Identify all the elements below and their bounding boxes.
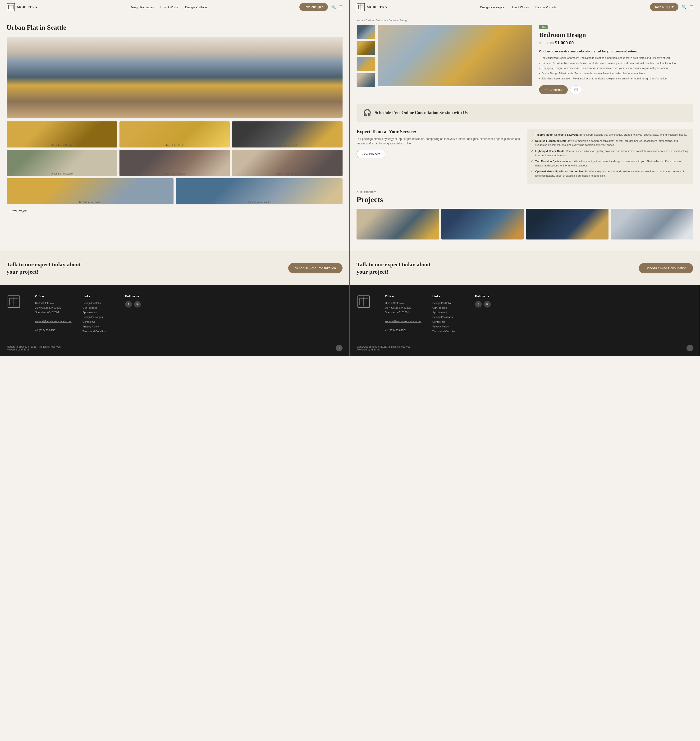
instagram-icon-right[interactable]: in xyxy=(484,301,491,308)
footer-link-terms-right[interactable]: Terms and Condition xyxy=(432,329,470,334)
product-desc-title: Our bespoke service, meticulously crafte… xyxy=(539,49,693,54)
menu-icon-left[interactable]: ☰ xyxy=(339,5,343,9)
footer-powered-left: Powered by IT Brain xyxy=(7,348,62,351)
nav-design-packages-left[interactable]: Design Packages xyxy=(130,6,154,9)
project-card-4[interactable] xyxy=(611,209,693,240)
nav-design-portfolio-left[interactable]: Design Portfolio xyxy=(185,6,207,9)
projects-grid xyxy=(356,209,693,240)
gallery-label-5: Urban Flat in Seattle xyxy=(119,172,230,175)
footer-social-right: f in xyxy=(475,301,513,308)
quiz-button-right[interactable]: Take our Quiz xyxy=(650,3,678,11)
footer-link-process-left[interactable]: Our Process xyxy=(82,306,121,310)
footer-link-packages-right[interactable]: Design Packages xyxy=(432,315,470,320)
gallery-item-4[interactable]: Urban Flat in Seattle xyxy=(7,150,117,176)
footer-logo-left xyxy=(7,295,30,334)
gallery-item-5[interactable]: Urban Flat in Seattle xyxy=(119,150,230,176)
nav-design-packages-right[interactable]: Design Packages xyxy=(480,6,504,9)
left-panel: MODERERA Design Packages How it Works De… xyxy=(0,0,350,356)
footer-link-packages-left[interactable]: Design Packages xyxy=(82,315,121,320)
expert-title: Expert Team at Your Service: xyxy=(356,129,522,134)
gallery-item-1[interactable]: Urban Flat in Seattle xyxy=(7,121,117,147)
expert-point-4: Two Revision Cycles Included: We value y… xyxy=(531,159,689,168)
footer-links-title-left: Links xyxy=(82,295,121,298)
product-title: Bedroom Design xyxy=(539,31,693,39)
facebook-icon-left[interactable]: f xyxy=(125,301,132,308)
footer-link-contact-right[interactable]: Contact Us xyxy=(432,320,470,324)
price-old: $1,500.00 xyxy=(539,41,554,45)
recent-title: Projects xyxy=(356,195,693,204)
gallery-row-2: Urban Flat in Seattle Urban Flat in Seat… xyxy=(7,150,343,176)
footer-bottom-right: Moderera Spaces © 2023. All Rights Reser… xyxy=(356,341,693,351)
expert-right: Tailored Room Concepts & Layout: Benefit… xyxy=(527,129,693,184)
footer-link-privacy-right[interactable]: Privacy Policy xyxy=(432,324,470,329)
gallery-item-2[interactable]: Urban Flat in Seattle xyxy=(119,121,230,147)
schedule-btn-left[interactable]: Schedule Free Consultation xyxy=(288,263,343,273)
instagram-icon-left[interactable]: in xyxy=(134,301,141,308)
quiz-button-left[interactable]: Take our Quiz xyxy=(299,3,328,11)
nav-how-it-works-right[interactable]: How it Works xyxy=(510,6,529,9)
footer-link-contact-left[interactable]: Contact Us xyxy=(82,320,121,324)
expert-points-list: Tailored Room Concepts & Layout: Benefit… xyxy=(531,133,689,178)
price-new: $1,000.00 xyxy=(555,41,574,45)
feature-4: Bonus Design Adjustments: Two extra revi… xyxy=(539,71,693,76)
right-panel: MODERERA Design Packages How it Works De… xyxy=(350,0,700,356)
thumb-3[interactable] xyxy=(356,57,375,71)
footer-link-portfolio-right[interactable]: Design Portfolio xyxy=(432,301,470,306)
gallery-row-1: Urban Flat in Seattle Urban Flat in Seat… xyxy=(7,121,343,147)
footer-follow-title-right: Follow us xyxy=(475,295,513,298)
footer-link-appointment-left[interactable]: Appointment xyxy=(82,310,121,315)
footer-email-left[interactable]: support@modereraspaces.com xyxy=(35,319,78,324)
thumb-4[interactable] xyxy=(356,73,375,87)
footer-office-right: Office United States —30 N Gould St# 233… xyxy=(385,295,428,334)
checkout-button[interactable]: 🛒 Checkout xyxy=(539,85,568,94)
logo-right[interactable]: MODERERA xyxy=(356,3,387,11)
view-projects-button[interactable]: View Projects xyxy=(356,150,385,158)
footer-logo-icon-right xyxy=(356,295,371,309)
gallery-item-3[interactable]: Urban Flat in Seattle xyxy=(232,121,343,147)
footer-link-terms-left[interactable]: Terms and Condition xyxy=(82,329,121,334)
schedule-btn-right[interactable]: Schedule Free Consultation xyxy=(639,263,693,273)
search-icon-left[interactable]: 🔍 xyxy=(331,5,336,9)
cta-heading-left: Talk to our expert today about your proj… xyxy=(7,261,82,275)
gallery-item-6[interactable]: Urban Flat in Seattle xyxy=(232,150,343,176)
chat-button[interactable]: 💬 xyxy=(570,85,582,94)
cta-text-left: Talk to our expert today about your proj… xyxy=(7,261,82,275)
nav-links-left: Design Packages How it Works Design Port… xyxy=(130,5,207,9)
cta-text-right: Talk to our expert today about your proj… xyxy=(356,261,432,275)
thumb-2[interactable] xyxy=(356,41,375,55)
footer-phone-left: +1 (323) 503-2501 xyxy=(35,328,78,333)
project-card-1[interactable] xyxy=(356,209,439,240)
logo-left[interactable]: MODERERA xyxy=(7,3,37,11)
footer-link-portfolio-left[interactable]: Design Portfolio xyxy=(82,301,121,306)
thumb-1[interactable] xyxy=(356,25,375,39)
menu-icon-right[interactable]: ☰ xyxy=(690,5,693,9)
scroll-top-left[interactable]: ↑ xyxy=(336,345,343,351)
gallery-item-8[interactable]: Urban Flat in Seattle xyxy=(176,178,343,205)
project-card-3[interactable] xyxy=(526,209,609,240)
prev-project-link[interactable]: ← Prev Project xyxy=(7,209,343,213)
footer-email-right[interactable]: support@modereraspaces.com xyxy=(385,319,428,324)
gallery-item-7[interactable]: Urban Flat in Seattle xyxy=(7,178,174,205)
project-card-2[interactable] xyxy=(441,209,524,240)
footer-link-process-right[interactable]: Our Process xyxy=(432,306,470,310)
product-thumbnails xyxy=(356,25,375,99)
main-bedroom-image xyxy=(7,37,343,118)
gallery-label-2: Urban Flat in Seattle xyxy=(119,144,230,147)
footer-link-privacy-left[interactable]: Privacy Policy xyxy=(82,324,121,329)
footer-office-title-right: Office xyxy=(385,295,428,298)
gallery-label-1: Urban Flat in Seattle xyxy=(7,144,117,147)
footer-follow-left: Follow us f in xyxy=(125,295,163,334)
footer-link-appointment-right[interactable]: Appointment xyxy=(432,310,470,315)
product-features: Individualized Design Approach: Dedicate… xyxy=(539,56,693,81)
footer-top-left: Office United States —30 N Gould St# 233… xyxy=(7,295,343,334)
search-icon-right[interactable]: 🔍 xyxy=(682,5,687,9)
consultation-banner: 🎧 Schedule Free Online Consultation Sess… xyxy=(356,104,693,122)
scroll-top-right[interactable]: ↑ xyxy=(687,345,693,351)
facebook-icon-right[interactable]: f xyxy=(475,301,482,308)
feature-3: Engaging Design Conversations: Collabora… xyxy=(539,66,693,71)
headphone-icon: 🎧 xyxy=(363,109,371,117)
nav-how-it-works-left[interactable]: How it Works xyxy=(160,6,178,9)
footer-copyright-left: Moderera Spaces © 2023. All Rights Reser… xyxy=(7,345,62,348)
nav-design-portfolio-right[interactable]: Design Portfolio xyxy=(535,6,557,9)
footer-logo-right xyxy=(356,295,380,334)
